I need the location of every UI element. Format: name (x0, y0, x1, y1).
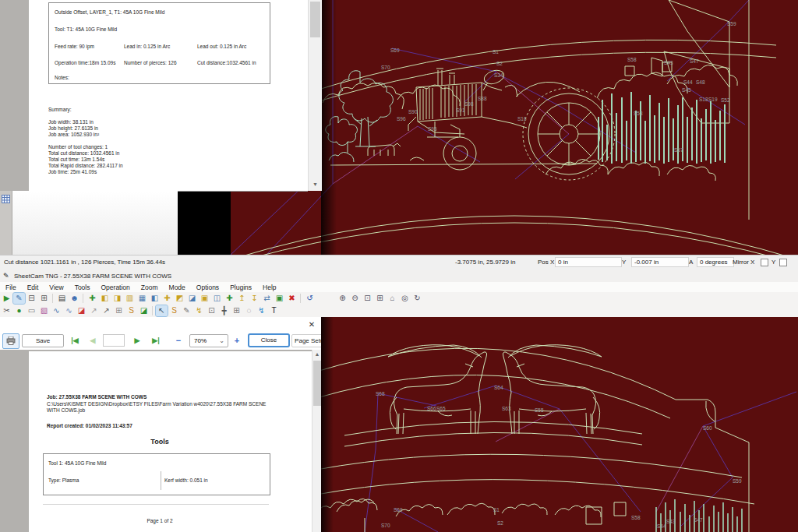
toolbar2-icon-2[interactable]: ▭ (26, 305, 37, 316)
menu-item-file[interactable]: File (0, 282, 22, 292)
path-label: S43 (666, 520, 676, 525)
menu-item-zoom[interactable]: Zoom (136, 282, 164, 292)
toolbar1-icon-20[interactable]: ↥ (236, 293, 248, 304)
toolbar1-icon-24[interactable]: ✖ (286, 293, 298, 304)
toolbar1-icon-19[interactable]: ✚ (224, 293, 235, 304)
toolbar2-icon-5[interactable]: ∿ (63, 305, 75, 316)
toolbar2-icon-22[interactable]: T (268, 305, 280, 316)
angle-field[interactable]: 0 degrees (697, 257, 734, 267)
path-label: S59 (733, 479, 742, 484)
first-page-button[interactable]: |◀ (67, 335, 83, 346)
zoom-select-value: 70% (190, 337, 207, 344)
toolbar2-icon-17[interactable]: ⊡ (206, 305, 217, 316)
last-page-button[interactable]: ▶| (148, 335, 164, 346)
menu-item-view[interactable]: View (44, 282, 69, 292)
toolbar1-icon-26[interactable]: ↺ (304, 293, 316, 304)
scrollbar-top[interactable]: ▼ (308, 0, 322, 191)
toolbar1-icon-5[interactable]: ▤ (56, 293, 68, 304)
toolbar2-icon-1[interactable]: ● (13, 305, 25, 316)
toolbar2-icon-8[interactable]: ↗ (101, 305, 112, 316)
pos-y-field[interactable]: -0.007 in (631, 257, 689, 267)
toolbar2-icon-11[interactable]: ◪ (138, 305, 150, 316)
zoom-out-button[interactable]: − (172, 335, 185, 346)
toolbar1-icon-11[interactable]: ▥ (124, 293, 136, 304)
menu-item-tools[interactable]: Tools (69, 282, 96, 292)
toolbar1-icon-9[interactable]: ◧ (99, 293, 111, 304)
zoom-select[interactable]: 70% ⌄ (189, 334, 228, 347)
toolbar1-icon-16[interactable]: ◪ (186, 293, 198, 304)
toolbar2-icon-13[interactable]: ↖ (156, 305, 168, 316)
menu-item-plugins[interactable]: Plugins (224, 282, 257, 292)
toolbar1-icon-15[interactable]: ◩ (174, 293, 185, 304)
path-label: S57 (674, 148, 683, 153)
save-button[interactable]: Save (22, 334, 64, 347)
toolbar2-icon-4[interactable]: ∿ (51, 305, 62, 316)
toolbar2-icon-20[interactable]: ◌ (243, 305, 255, 316)
pos-x-field[interactable]: 0 in (555, 257, 622, 267)
toolbar1-icon-13[interactable]: ◧ (149, 293, 161, 304)
toolbar2-icon-15[interactable]: ✎ (181, 305, 192, 316)
menu-item-options[interactable]: Options (191, 282, 224, 292)
next-page-button[interactable]: ▶ (130, 335, 144, 346)
printer-icon (6, 336, 16, 345)
toolbar2-icon-14[interactable]: S (168, 305, 180, 316)
summary-block2: Number of tool changes: 1 Total cut dist… (48, 144, 123, 175)
toolbar1-icon-33[interactable]: ◎ (399, 293, 411, 304)
toolbar2-icon-10[interactable]: S (125, 305, 137, 316)
tool-info-box: Tool 1: 45A 10G Fine Mild Type: Plasma K… (43, 453, 270, 495)
toolbar1-icon-29[interactable]: ⊖ (349, 293, 361, 304)
toolbar1-icon-6[interactable]: ☻ (69, 293, 80, 304)
toolbar2-icon-3[interactable]: ▧ (38, 305, 50, 316)
toolbar1-icon-14[interactable]: ✚ (161, 293, 173, 304)
menu-item-help[interactable]: Help (257, 282, 281, 292)
toolbar1-icon-10[interactable]: ◨ (111, 293, 123, 304)
mirror-x-checkbox[interactable] (761, 259, 768, 266)
close-button[interactable]: Close (248, 333, 290, 347)
zoom-in-button[interactable]: + (231, 335, 243, 346)
toolbar2-icon-16[interactable]: ↯ (193, 305, 205, 316)
path-label: S69 (394, 508, 403, 513)
toolbar1-icon-31[interactable]: ⊞ (374, 293, 386, 304)
toolbar1-icon-0[interactable]: ▶ (1, 293, 12, 304)
toolbar1-icon-28[interactable]: ⊕ (337, 293, 348, 304)
toolbar2-icon-0[interactable]: ✂ (1, 305, 12, 316)
toolbar2-icon-9[interactable]: ⊞ (113, 305, 125, 316)
toolbar1-icon-3[interactable]: ⊞ (38, 293, 50, 304)
scroll-down-button[interactable]: ▼ (309, 178, 322, 191)
path-label: S63 (502, 407, 511, 412)
toolbar2-icon-7[interactable]: ↗ (88, 305, 100, 316)
toolbar1-icon-30[interactable]: ⊡ (362, 293, 373, 304)
toolbar1-icon-32[interactable]: ⌂ (387, 293, 398, 304)
tools-heading: Tools (47, 439, 273, 445)
job-title: Job: 27.55X38 FARM SCENE WITH COWS (47, 394, 147, 400)
scrollbar-thumb[interactable] (313, 361, 321, 406)
toolbar2-icon-21[interactable]: ↯ (256, 305, 267, 316)
menu-item-mode[interactable]: Mode (164, 282, 191, 292)
toolbar1-icon-1[interactable]: ✎ (13, 293, 25, 304)
prev-page-button[interactable]: ◀ (86, 335, 100, 346)
grid-icon[interactable] (2, 195, 10, 203)
toolbar2-icon-19[interactable]: ⊞ (231, 305, 242, 316)
toolbar1-icon-23[interactable]: ▣ (274, 293, 285, 304)
menu-item-edit[interactable]: Edit (22, 282, 44, 292)
toolbar1-icon-12[interactable]: ▦ (136, 293, 148, 304)
toolbar1-icon-21[interactable]: ↧ (249, 293, 260, 304)
toolbar1-icon-2[interactable]: ⊟ (26, 293, 37, 304)
toolbar2-icon-18[interactable]: ╋ (218, 305, 230, 316)
page-number-field[interactable] (103, 334, 125, 347)
title-bar[interactable]: ✎ SheetCam TNG - 27.55X38 FARM SCENE WIT… (0, 270, 798, 282)
toolbar1-icon-22[interactable]: ⇄ (261, 293, 273, 304)
toolbar2-icon-6[interactable]: ◪ (76, 305, 87, 316)
print-button[interactable] (2, 333, 19, 349)
mirror-y-checkbox[interactable] (779, 259, 787, 266)
toolbar1-icon-18[interactable]: ◫ (211, 293, 223, 304)
menu-bar: FileEditViewToolsOperationZoomModeOption… (0, 282, 798, 293)
toolbar1-icon-34[interactable]: ↻ (411, 293, 423, 304)
scrollbar-thumb[interactable] (310, 2, 320, 37)
drawing-canvas-bottom[interactable]: S68S64S66S65S63S55S60S59S69S70S1S2S58S43… (321, 317, 798, 532)
toolbar1-icon-8[interactable]: ✚ (87, 293, 98, 304)
preview-close-icon[interactable]: ✕ (306, 320, 317, 329)
toolbar1-icon-17[interactable]: ▣ (199, 293, 210, 304)
menu-item-operation[interactable]: Operation (95, 282, 135, 292)
tool-line: Tool 1: 45A 10G Fine Mild (48, 460, 106, 467)
